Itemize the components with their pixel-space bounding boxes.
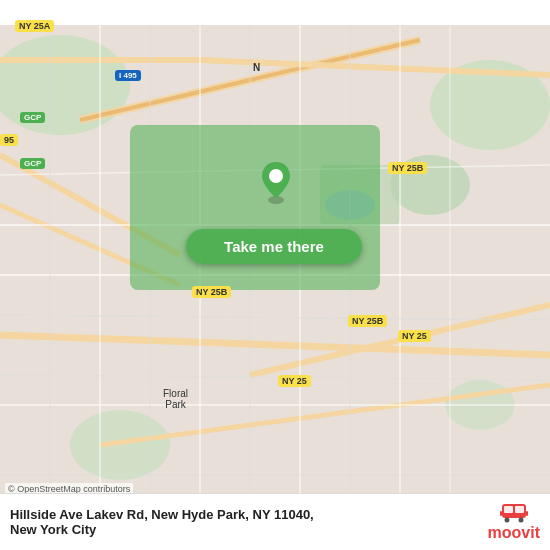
- address-line2: New York City: [10, 522, 478, 537]
- label-floral-park: FloralPark: [163, 388, 188, 410]
- label-ny25b3: NY 25B: [348, 315, 387, 327]
- label-ny25-1: NY 25: [398, 330, 431, 342]
- svg-point-39: [504, 518, 509, 523]
- label-n: N: [253, 62, 260, 73]
- label-gcp2: GCP: [20, 158, 45, 169]
- moovit-logo: moovit: [488, 502, 540, 542]
- label-95: 95: [0, 134, 18, 146]
- svg-rect-42: [526, 511, 528, 516]
- svg-rect-37: [504, 506, 513, 513]
- label-ny25-2: NY 25: [278, 375, 311, 387]
- svg-point-40: [518, 518, 523, 523]
- location-pin: [258, 160, 294, 204]
- svg-point-35: [269, 169, 283, 183]
- label-ny25a: NY 25A: [15, 20, 54, 32]
- moovit-text: moovit: [488, 524, 540, 542]
- label-gcp1: GCP: [20, 112, 45, 123]
- map-container: NY 25A I 495 GCP GCP 95 NY 25B NY 25B NY…: [0, 0, 550, 550]
- label-i495: I 495: [115, 70, 141, 81]
- svg-rect-38: [515, 506, 524, 513]
- svg-rect-33: [130, 125, 380, 290]
- label-ny25b1: NY 25B: [388, 162, 427, 174]
- address-area: Hillside Ave Lakev Rd, New Hyde Park, NY…: [10, 507, 478, 537]
- take-me-there-button[interactable]: Take me there: [186, 229, 362, 264]
- label-ny25b2: NY 25B: [192, 286, 231, 298]
- svg-rect-41: [500, 511, 502, 516]
- address-line1: Hillside Ave Lakev Rd, New Hyde Park, NY…: [10, 507, 478, 522]
- svg-point-5: [70, 410, 170, 480]
- map-svg: [0, 0, 550, 550]
- bottom-bar: Hillside Ave Lakev Rd, New Hyde Park, NY…: [0, 493, 550, 550]
- moovit-icon: [500, 502, 528, 524]
